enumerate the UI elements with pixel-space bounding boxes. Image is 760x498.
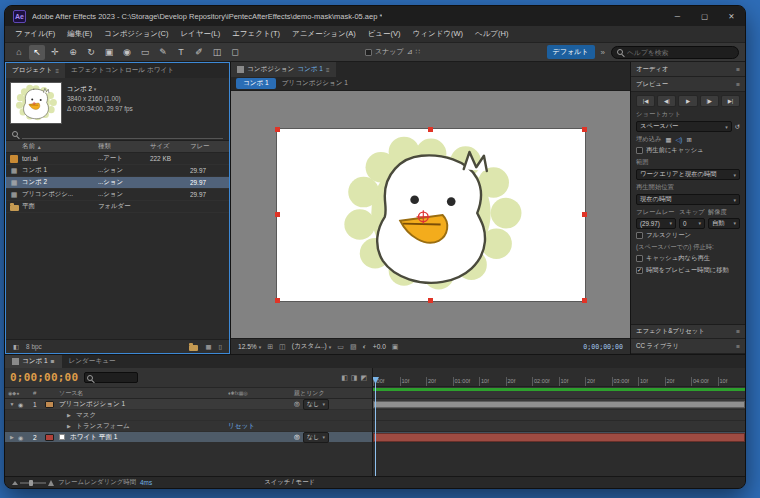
layer-duration-bar-selected[interactable] (373, 433, 745, 442)
include-video-icon[interactable]: ▦ (665, 136, 671, 143)
viewer-tab-precomp1[interactable]: プリコンポジション 1 (282, 79, 348, 88)
fullscreen-row[interactable]: フルスクリーン (636, 231, 740, 240)
snap-option-icon[interactable]: ⊿ (407, 48, 413, 56)
project-search-row[interactable] (6, 128, 229, 141)
selection-handle[interactable] (275, 127, 280, 132)
framerate-select[interactable]: (29.97)▾ (636, 218, 676, 229)
shape-tool-icon[interactable]: ▭ (137, 45, 153, 60)
composition-viewer[interactable] (231, 91, 630, 338)
selection-handle[interactable] (428, 127, 433, 132)
menu-window[interactable]: ウィンドウ(W) (407, 29, 469, 39)
shortcut-select[interactable]: スペースバー▾ (636, 121, 732, 132)
twisty-closed-icon[interactable]: ▶ (65, 412, 73, 418)
selection-handle[interactable] (582, 127, 587, 132)
include-audio-icon[interactable]: ◁) (675, 136, 682, 143)
orbit-tool-icon[interactable]: ↻ (83, 45, 99, 60)
timeline-search-box[interactable] (84, 372, 138, 383)
skip-select[interactable]: 0▾ (679, 218, 705, 229)
parent-select[interactable]: なし▾ (303, 432, 329, 443)
current-timecode[interactable]: 0;00;00;00 (10, 371, 78, 384)
column-framerate[interactable]: フレー (190, 142, 229, 151)
menu-layer[interactable]: レイヤー(L) (174, 29, 226, 39)
brush-tool-icon[interactable]: ✐ (191, 45, 207, 60)
viewer-timecode[interactable]: 0;00;00;00 (583, 343, 623, 351)
timeline-tab-comp1[interactable]: コンポ 1 ≡ (5, 355, 62, 368)
close-button[interactable]: ✕ (718, 6, 745, 26)
track-row-white-solid[interactable] (373, 432, 745, 443)
timeline-track-area[interactable]: :00f 10f 20f 01:00f 10f 20f 02:00f 10f 2… (373, 368, 745, 476)
menu-edit[interactable]: 編集(E) (61, 29, 98, 39)
tab-effect-controls[interactable]: エフェクトコントロール ホワイト (65, 63, 180, 78)
project-item-comp1[interactable]: ▦ コンポ 1 ...ション 29.97 (6, 165, 229, 177)
region-of-interest-icon[interactable]: ▭ (337, 343, 344, 351)
cache-before-playback-checkbox[interactable] (636, 147, 643, 154)
snapshot-icon[interactable]: ▣ (392, 343, 399, 351)
resolution-select[interactable]: 自動▾ (708, 218, 740, 229)
cache-before-playback-row[interactable]: 再生前にキャッシュ (636, 146, 740, 155)
parent-select[interactable]: なし▾ (303, 399, 329, 410)
last-frame-button[interactable]: ▶| (721, 95, 740, 107)
menu-help[interactable]: ヘルプ(H) (469, 29, 514, 39)
play-from-select[interactable]: 現在の時間▾ (636, 194, 740, 205)
menu-composition[interactable]: コンポジション(C) (98, 29, 174, 39)
interpret-footage-icon[interactable]: ◧ (13, 343, 19, 351)
column-size[interactable]: サイズ (150, 142, 190, 151)
project-item-comp2[interactable]: ▦ コンポ 2 ...ション 29.97 (6, 177, 229, 189)
selection-handle[interactable] (582, 212, 587, 217)
twisty-closed-icon[interactable]: ▶ (65, 423, 73, 429)
range-select[interactable]: ワークエリアと現在の時間▾ (636, 169, 740, 180)
layer-row-white-solid[interactable]: ▶ ◉ 2 ホワイト 平面 1 ◎ なし▾ (5, 432, 372, 443)
project-item-solids-folder[interactable]: 平面 フォルダー (6, 201, 229, 213)
selection-tool-icon[interactable]: ↖ (29, 45, 45, 60)
property-row-masks[interactable]: ▶ マスク (5, 410, 372, 421)
column-number[interactable]: # (33, 390, 45, 396)
snap-checkbox[interactable] (365, 49, 372, 56)
exposure-icon[interactable]: ◐ (363, 343, 367, 350)
panel-menu-icon[interactable]: ≡ (736, 81, 740, 88)
camera-tool-icon[interactable]: ▣ (101, 45, 117, 60)
track-row-precomp[interactable] (373, 399, 745, 410)
selection-handle[interactable] (582, 298, 587, 303)
current-time-indicator[interactable] (375, 377, 376, 476)
layer-row-precomp[interactable]: ▼ ◉ 1 プリコンポジション 1 ◎ なし▾ (5, 399, 372, 410)
project-search-input[interactable] (22, 130, 223, 139)
menu-animation[interactable]: アニメーション(A) (286, 29, 362, 39)
play-button[interactable]: ▶ (678, 95, 697, 107)
more-workspaces-icon[interactable]: » (597, 48, 609, 57)
label-color-swatch[interactable] (45, 434, 54, 441)
audio-panel-header[interactable]: オーディオ ≡ (631, 62, 745, 77)
selection-handle[interactable] (428, 298, 433, 303)
eraser-tool-icon[interactable]: ◻ (227, 45, 243, 60)
previous-frame-button[interactable]: ◀| (657, 95, 676, 107)
visibility-eye-icon[interactable]: ◉ (18, 434, 23, 441)
timeline-tab-render-queue[interactable]: レンダーキュー (62, 355, 123, 368)
view-preset-selector[interactable]: (カスタム..)▾ (292, 342, 332, 351)
move-time-row[interactable]: ✓ 時間をプレビュー時間に移動 (636, 266, 740, 275)
layer-duration-bar[interactable] (373, 401, 745, 408)
panel-menu-icon[interactable]: ≡ (56, 68, 60, 74)
fullscreen-checkbox[interactable] (636, 232, 643, 239)
twisty-closed-icon[interactable]: ▶ (8, 434, 16, 440)
pickwhip-icon[interactable]: ◎ (294, 400, 300, 408)
pan-behind-tool-icon[interactable]: ◉ (119, 45, 135, 60)
column-source-name[interactable]: ソース名 (59, 389, 228, 398)
menu-file[interactable]: ファイル(F) (9, 29, 61, 39)
panel-menu-icon[interactable]: ≡ (51, 358, 55, 365)
home-icon[interactable]: ⌂ (11, 45, 27, 60)
column-parent-link[interactable]: 親とリンク (294, 389, 372, 398)
pen-tool-icon[interactable]: ✎ (155, 45, 171, 60)
panel-menu-icon[interactable]: ≡ (736, 66, 740, 73)
workspace-selector[interactable]: デフォルト (547, 45, 595, 59)
column-type[interactable]: 種類 (98, 142, 150, 151)
chevron-down-icon[interactable]: ▾ (94, 86, 97, 92)
preview-panel-header[interactable]: プレビュー ≡ (631, 77, 745, 92)
project-item-tori[interactable]: tori.ai ...アート 222 KB (6, 153, 229, 165)
include-overlays-icon[interactable]: ⊞ (686, 136, 691, 143)
exposure-value[interactable]: +0.0 (373, 343, 386, 350)
selection-handle[interactable] (275, 298, 280, 303)
hand-tool-icon[interactable]: ✛ (47, 45, 63, 60)
zoom-slider-thumb[interactable] (29, 480, 33, 486)
help-search-box[interactable] (611, 46, 739, 59)
help-search-input[interactable] (627, 49, 733, 56)
composition-mini-flowchart-icon[interactable]: ◧ (341, 374, 348, 382)
